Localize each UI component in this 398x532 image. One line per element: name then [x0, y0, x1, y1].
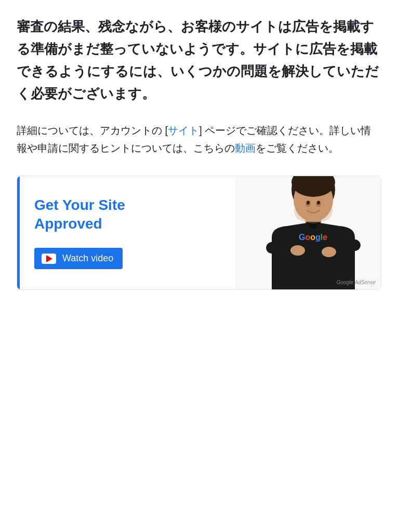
main-content-block: 審査の結果、残念ながら、お客様のサイトは広告を掲載する準備がまだ整っていないよう… — [17, 16, 381, 157]
person-illustration: Google — [246, 176, 381, 289]
site-link[interactable]: サイト — [168, 125, 199, 136]
video-link[interactable]: 動画 — [235, 142, 256, 154]
adsense-logo: Google AdSense — [337, 280, 376, 285]
svg-point-5 — [322, 247, 336, 257]
video-card: Get Your Site Approved Watch video — [17, 176, 381, 290]
watch-video-button[interactable]: Watch video — [34, 248, 123, 269]
svg-point-6 — [290, 245, 305, 256]
video-card-image: Google Google AdSense — [235, 176, 381, 289]
video-card-content: Get Your Site Approved Watch video — [20, 176, 235, 289]
youtube-icon — [42, 254, 56, 264]
sub-paragraph: 詳細については、アカウントの [サイト] ページでご確認ください。詳しい情報や申… — [17, 122, 381, 157]
video-card-title: Get Your Site Approved — [34, 196, 221, 234]
svg-text:Google: Google — [299, 233, 327, 242]
main-paragraph: 審査の結果、残念ながら、お客様のサイトは広告を掲載する準備がまだ整っていないよう… — [17, 16, 381, 105]
svg-point-10 — [307, 201, 310, 204]
svg-point-11 — [317, 201, 320, 204]
